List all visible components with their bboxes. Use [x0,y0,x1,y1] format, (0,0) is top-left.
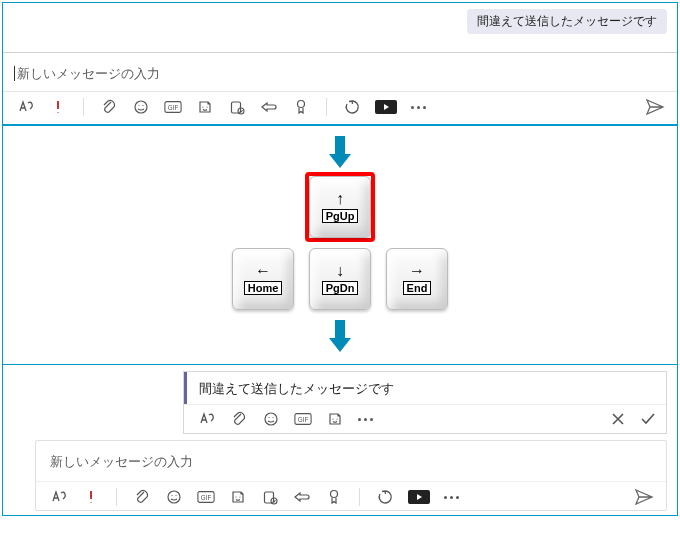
svg-point-23 [239,496,240,497]
loop-icon[interactable] [260,98,278,116]
edit-toolbar: GIF [184,404,666,433]
svg-point-9 [298,101,305,108]
svg-point-11 [268,417,269,418]
svg-point-26 [331,491,338,498]
svg-point-6 [206,106,207,107]
format-icon[interactable] [198,410,216,428]
actions-icon[interactable] [343,98,361,116]
svg-rect-7 [232,102,241,113]
compose-input[interactable]: 新しいメッセージの入力 [3,52,677,91]
toolbar-divider [83,98,84,116]
emoji-icon[interactable] [262,410,280,428]
sticker-icon[interactable] [326,410,344,428]
toolbar-divider [326,98,327,116]
svg-point-2 [142,105,143,106]
svg-point-17 [168,491,180,503]
stream-icon[interactable] [408,490,430,504]
gif-icon[interactable]: GIF [294,410,312,428]
attach-icon[interactable] [230,410,248,428]
loop-icon[interactable] [293,488,311,506]
svg-text:GIF: GIF [298,416,309,423]
arrow-key-cluster: ↑ PgUp ← Home ↓ PgDn → End [220,176,460,316]
actions-icon[interactable] [376,488,394,506]
more-icon[interactable] [358,418,373,421]
compose-toolbar: GIF [36,481,666,510]
key-pgup[interactable]: ↑ PgUp [309,176,371,238]
key-home[interactable]: ← Home [232,248,294,310]
cancel-edit-button[interactable] [610,411,626,427]
arrow-left-glyph: ← [255,263,271,279]
svg-point-22 [235,496,236,497]
compose-placeholder: 新しいメッセージの入力 [17,65,160,83]
chat-compose-panel: 間違えて送信したメッセージです 新しいメッセージの入力 GIF [3,3,677,125]
emoji-icon[interactable] [132,98,150,116]
arrow-right-glyph: → [409,263,425,279]
arrow-down-glyph: ↓ [336,263,344,279]
message-edit-card: 間違えて送信したメッセージです GIF [183,371,667,434]
svg-point-16 [336,418,337,419]
compose-placeholder[interactable]: 新しいメッセージの入力 [36,441,666,481]
arrow-down-icon [329,136,351,170]
confirm-edit-button[interactable] [640,411,656,427]
svg-rect-24 [265,492,274,503]
svg-point-18 [171,495,172,496]
svg-point-1 [138,105,139,106]
toolbar-divider [359,488,360,506]
key-label: PgDn [322,281,359,295]
chat-edit-panel: 間違えて送信したメッセージです GIF 新しいメッセージの入力 [3,371,677,515]
approvals-icon[interactable] [228,98,246,116]
sent-message-bubble[interactable]: 間違えて送信したメッセージです [467,9,667,34]
praise-icon[interactable] [325,488,343,506]
compose-box-secondary: 新しいメッセージの入力 GIF [35,440,667,511]
svg-point-0 [135,101,147,113]
svg-point-12 [272,417,273,418]
format-icon[interactable] [50,488,68,506]
key-pgdn[interactable]: ↓ PgDn [309,248,371,310]
editing-message-text[interactable]: 間違えて送信したメッセージです [184,372,666,404]
key-label: Home [244,281,283,295]
svg-point-19 [175,495,176,496]
more-icon[interactable] [411,106,426,109]
gif-icon[interactable]: GIF [197,488,215,506]
send-button[interactable] [645,98,665,116]
key-label: PgUp [322,209,359,223]
priority-icon[interactable] [82,488,100,506]
attach-icon[interactable] [100,98,118,116]
send-button[interactable] [634,488,654,506]
compose-toolbar: GIF [3,91,677,120]
svg-text:GIF: GIF [168,104,179,111]
arrow-down-icon [329,320,351,354]
key-label: End [403,281,432,295]
svg-text:GIF: GIF [201,494,212,501]
svg-point-15 [332,418,333,419]
attach-icon[interactable] [133,488,151,506]
approvals-icon[interactable] [261,488,279,506]
sticker-icon[interactable] [229,488,247,506]
key-end[interactable]: → End [386,248,448,310]
arrow-up-glyph: ↑ [336,191,344,207]
instruction-flow: ↑ PgUp ← Home ↓ PgDn → End [3,125,677,365]
emoji-icon[interactable] [165,488,183,506]
sticker-icon[interactable] [196,98,214,116]
format-icon[interactable] [17,98,35,116]
praise-icon[interactable] [292,98,310,116]
svg-point-5 [202,106,203,107]
stream-icon[interactable] [375,100,397,114]
gif-icon[interactable]: GIF [164,98,182,116]
toolbar-divider [116,488,117,506]
priority-icon[interactable] [49,98,67,116]
more-icon[interactable] [444,496,459,499]
sent-message-row: 間違えて送信したメッセージです [3,3,677,34]
svg-point-10 [265,413,277,425]
